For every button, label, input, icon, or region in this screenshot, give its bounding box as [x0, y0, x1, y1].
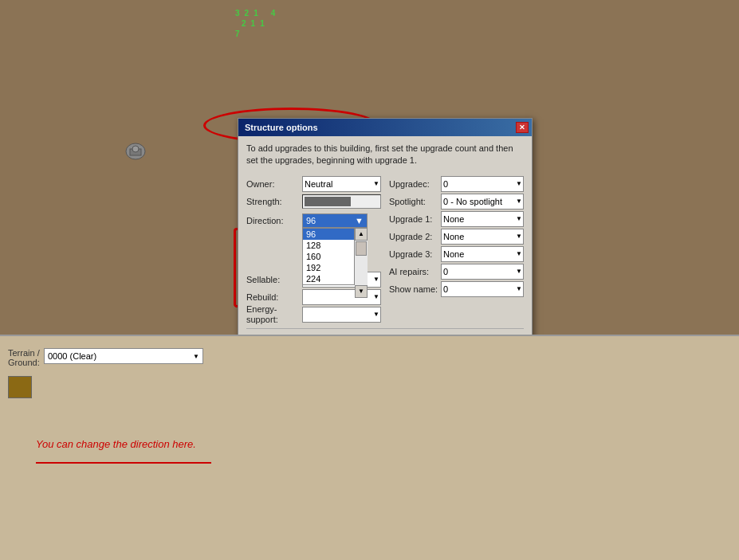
ai-repairs-label: AI repairs: — [389, 267, 441, 276]
direction-option-160[interactable]: 160 — [303, 251, 354, 262]
building-icon — [124, 139, 147, 163]
owner-row: Owner: Neutral ▼ — [246, 175, 381, 193]
close-button[interactable]: ✕ — [516, 122, 529, 133]
terrain-dropdown-arrow: ▼ — [193, 353, 199, 360]
scrollbar-track — [355, 241, 368, 285]
direction-dropdown-arrow: ▼ — [355, 216, 364, 225]
mini-tile — [8, 376, 32, 398]
upgradec-label: Upgradec: — [389, 179, 441, 189]
upgrade2-row: Upgrade 2: None ▼ — [389, 228, 524, 245]
upgradec-row: Upgradec: 0 ▼ — [389, 175, 524, 193]
upgradec-select[interactable]: 0 — [441, 176, 524, 192]
sellable-label: Sellable: — [246, 275, 302, 284]
spotlight-row: Spotlight: 0 - No spotlight ▼ — [389, 193, 524, 210]
dialog-description: To add upgrades to this building, first … — [246, 143, 524, 167]
direction-option-128[interactable]: 128 — [303, 240, 354, 251]
energy-support-row: Energy-support: ▼ — [246, 306, 381, 323]
owner-label: Owner: — [246, 179, 302, 189]
upgrade1-row: Upgrade 1: None ▼ — [389, 210, 524, 228]
energy-support-label: Energy-support: — [246, 304, 302, 325]
direction-option-192[interactable]: 192 — [303, 262, 354, 273]
scrollbar-thumb[interactable] — [356, 241, 367, 256]
upgrade1-select[interactable]: None — [441, 211, 524, 227]
spotlight-select[interactable]: 0 - No spotlight — [441, 194, 524, 210]
strength-fill — [305, 197, 351, 206]
show-name-select[interactable]: 0 — [441, 281, 524, 297]
direction-value: 96 — [306, 216, 316, 225]
direction-scrollbar: ▲ ▼ — [355, 228, 368, 298]
upgrade2-select[interactable]: None — [441, 229, 524, 245]
rebuild-label: Rebuild: — [246, 292, 302, 302]
ai-repairs-select[interactable]: 0 — [441, 264, 524, 280]
annotation-underline — [36, 462, 211, 464]
direction-option-96[interactable]: 96 — [303, 229, 354, 240]
upgrade2-label: Upgrade 2: — [389, 232, 441, 241]
direction-dropdown-list[interactable]: 96 128 160 192 224 — [302, 228, 355, 285]
direction-option-224[interactable]: 224 — [303, 273, 354, 284]
svg-point-2 — [132, 146, 139, 152]
strength-label: Strength: — [246, 197, 302, 206]
annotation-text: You can change the direction here. — [36, 438, 196, 450]
ai-repairs-row: AI repairs: 0 ▼ — [389, 263, 524, 280]
direction-label: Direction: — [246, 216, 302, 225]
terrain-ground-label: Terrain / Ground: — [8, 348, 40, 367]
terrain-label1: Terrain / — [8, 348, 40, 358]
show-name-label: Show name: — [389, 284, 441, 294]
energy-support-select[interactable] — [302, 307, 381, 323]
upgrade3-select[interactable]: None — [441, 246, 524, 262]
strength-bar — [302, 194, 381, 209]
unit-indicators: 3214 211 7 — [235, 8, 275, 39]
bottom-bar: Terrain / Ground: 0000 (Clear) ▼ You can… — [0, 335, 739, 560]
rebuild-select[interactable] — [302, 289, 381, 305]
dialog-titlebar: Structure options ✕ — [238, 119, 532, 136]
divider — [246, 328, 524, 329]
terrain-dropdown-value: 0000 (Clear) — [48, 351, 96, 361]
spotlight-label: Spotlight: — [389, 197, 441, 206]
upgrade1-label: Upgrade 1: — [389, 214, 441, 224]
direction-row: Direction: 96 ▼ 96 128 160 19 — [246, 210, 381, 231]
terrain-label2: Ground: — [8, 358, 40, 367]
direction-selected[interactable]: 96 ▼ — [302, 213, 368, 228]
scrollbar-up[interactable]: ▲ — [355, 228, 368, 241]
dialog-title: Structure options — [245, 123, 318, 132]
strength-row: Strength: — [246, 193, 381, 210]
terrain-dropdown[interactable]: 0000 (Clear) ▼ — [44, 348, 203, 364]
upgrade3-label: Upgrade 3: — [389, 249, 441, 259]
owner-select[interactable]: Neutral — [302, 176, 381, 192]
upgrade3-row: Upgrade 3: None ▼ — [389, 245, 524, 263]
show-name-row: Show name: 0 ▼ — [389, 280, 524, 298]
scrollbar-down[interactable]: ▼ — [355, 285, 368, 298]
